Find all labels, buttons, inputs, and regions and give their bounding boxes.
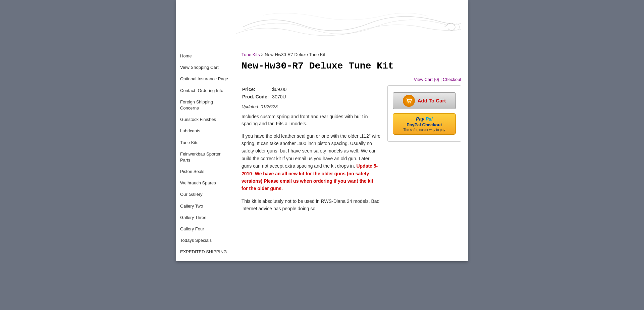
price-table: Price: $69.00 Prod. Code: 3070U <box>241 85 290 101</box>
main-container: Home View Shopping Cart Optional Insuran… <box>176 0 468 261</box>
checkout-link[interactable]: Checkout <box>443 77 461 82</box>
sidebar-item-foreign-shipping[interactable]: Foreign Shipping Concerns <box>176 96 235 114</box>
paypal-logo: PayPal <box>416 116 433 122</box>
product-extra-description: If you have the old leather seal gun or … <box>241 132 381 192</box>
content-area: Tune Kits > New-Hw30-R7 Deluxe Tune Kit … <box>235 47 468 261</box>
prod-code-label: Prod. Code: <box>242 93 271 100</box>
svg-point-0 <box>408 102 409 103</box>
add-to-cart-button[interactable]: Add To Cart <box>393 92 456 109</box>
sidebar-item-expedited-shipping[interactable]: EXPEDITED SHIPPING <box>176 246 235 258</box>
sidebar-item-piston-seals[interactable]: Piston Seals <box>176 166 235 177</box>
product-title: New-Hw30-R7 Deluxe Tune Kit <box>241 60 461 72</box>
product-main: Price: $69.00 Prod. Code: 3070U Updated-… <box>241 85 461 213</box>
sidebar-item-home[interactable]: Home <box>176 50 235 62</box>
sidebar-item-gallery-two[interactable]: Gallery Two <box>176 201 235 212</box>
breadcrumb-current: New-Hw30-R7 Deluxe Tune Kit <box>265 52 325 57</box>
view-cart-link[interactable]: View Cart (0) <box>414 77 439 82</box>
layout: Home View Shopping Cart Optional Insuran… <box>176 47 468 261</box>
sidebar-item-todays-specials[interactable]: Todays Specials <box>176 235 235 246</box>
header-area <box>176 0 468 47</box>
product-final-description: This kit is absolutely not to be used in… <box>241 197 381 213</box>
sidebar-item-our-gallery[interactable]: Our Gallery <box>176 189 235 200</box>
product-info: Price: $69.00 Prod. Code: 3070U Updated-… <box>241 85 381 213</box>
breadcrumb-link[interactable]: Tune Kits <box>241 52 260 57</box>
breadcrumb-separator: > <box>261 52 265 57</box>
sidebar-item-optional-insurance[interactable]: Optional Insurance Page <box>176 73 235 85</box>
add-to-cart-label: Add To Cart <box>418 98 446 103</box>
sidebar-item-view-shopping-cart[interactable]: View Shopping Cart <box>176 62 235 73</box>
cart-icon <box>403 95 415 107</box>
sidebar-item-lubricants[interactable]: Lubricants <box>176 125 235 137</box>
breadcrumb: Tune Kits > New-Hw30-R7 Deluxe Tune Kit <box>241 52 461 57</box>
sidebar-item-gallery-four[interactable]: Gallery Four <box>176 223 235 235</box>
cart-links: View Cart (0) | Checkout <box>241 77 461 82</box>
sidebar-item-gallery-three[interactable]: Gallery Three <box>176 212 235 223</box>
paypal-checkout-text: PayPal Checkout <box>407 122 442 127</box>
sidebar-item-feinwerkbau[interactable]: Feinwerkbau Sporter Parts <box>176 148 235 166</box>
paypal-checkout-button[interactable]: PayPal PayPal Checkout The safer, easier… <box>393 113 456 135</box>
sidebar-item-tune-kits[interactable]: Tune Kits <box>176 137 235 148</box>
page-wrapper: Home View Shopping Cart Optional Insuran… <box>0 0 644 310</box>
header-decorative <box>236 7 461 47</box>
updated-text: Updated- 01/26/23 <box>241 104 381 109</box>
price-value: $69.00 <box>272 86 289 93</box>
header-tab <box>193 0 233 10</box>
price-label: Price: <box>242 86 271 93</box>
prod-code-value: 3070U <box>272 93 289 100</box>
paypal-sub-text: The safer, easier way to pay <box>403 128 445 132</box>
svg-point-1 <box>410 102 411 103</box>
sidebar-item-contact-ordering[interactable]: Contact- Ordering Info <box>176 85 235 96</box>
cart-widget: Add To Cart PayPal PayPal Checkout The s… <box>387 85 461 142</box>
sidebar-item-weihrauch-spares[interactable]: Weihrauch Spares <box>176 177 235 189</box>
sidebar-item-gunstock-finishes[interactable]: Gunstock Finishes <box>176 114 235 125</box>
product-description: Includes custom spring and front and rea… <box>241 113 381 127</box>
sidebar: Home View Shopping Cart Optional Insuran… <box>176 47 235 261</box>
